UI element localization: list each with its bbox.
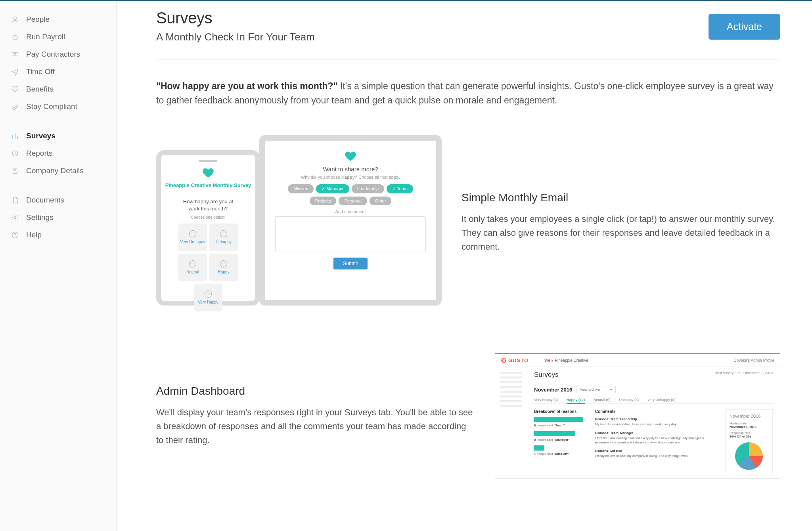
sidebar-item-label: Company Details xyxy=(26,166,84,175)
phone-preview: Pineapple Creative Monthly Survey How ha… xyxy=(156,150,260,306)
sidebar-item-company-details[interactable]: Company Details xyxy=(0,162,116,180)
intro-bold: "How happy are you at work this month?" xyxy=(156,81,338,91)
dashboard-preview: GUSTO We ♥ Pineapple Creative Dovesa's A… xyxy=(495,353,780,479)
heart-icon xyxy=(10,84,20,94)
pill-other: Other xyxy=(370,197,392,205)
tab-neutral: Neutral (5) xyxy=(594,398,611,402)
heart-icon xyxy=(275,149,426,163)
stopwatch-icon xyxy=(10,32,20,42)
sidebar-item-surveys[interactable]: Surveys xyxy=(0,127,116,145)
we-love-company: We ♥ Pineapple Creative xyxy=(544,358,588,363)
intro-text: "How happy are you at work this month?" … xyxy=(156,79,780,107)
check-icon xyxy=(10,102,20,111)
sidebar-item-benefits[interactable]: Benefits xyxy=(0,80,116,98)
bars-icon xyxy=(10,131,20,141)
why-choose-text: Why did you choose Happy? Choose all tha… xyxy=(275,175,426,180)
pill-manager: Manager xyxy=(316,184,349,193)
sidebar-item-label: Run Payroll xyxy=(26,32,65,41)
activate-button[interactable]: Activate xyxy=(709,14,780,40)
sidebar-item-documents[interactable]: Documents xyxy=(0,191,116,209)
dashboard-month: November 2016 xyxy=(534,387,572,393)
feature-simple-email-desc: It only takes your employees a single cl… xyxy=(462,212,780,254)
sidebar-item-label: People xyxy=(26,15,50,24)
person-icon xyxy=(10,15,20,24)
svg-point-3 xyxy=(14,53,16,55)
submit-button-preview: Submit xyxy=(333,258,367,269)
tab-very-happy: Very Happy (3) xyxy=(534,398,558,402)
svg-point-6 xyxy=(14,217,16,219)
gear-icon xyxy=(10,213,20,222)
pie-chart-icon xyxy=(735,442,763,470)
next-survey-date: Next survey date: December 1, 2016 xyxy=(714,371,773,375)
svg-point-0 xyxy=(14,17,17,19)
option-very-unhappy: Very Unhappy xyxy=(178,223,207,251)
feature-admin-dash-title: Admin Dashboard xyxy=(156,385,475,397)
sidebar-item-pay-contractors[interactable]: Pay Contractors xyxy=(0,46,116,63)
share-more-title: Want to share more? xyxy=(275,166,426,172)
phone-speaker xyxy=(199,160,217,162)
sidebar-item-help[interactable]: Help xyxy=(0,226,116,244)
clock-icon xyxy=(10,149,20,158)
comments-heading: Comments xyxy=(595,409,716,414)
survey-devices-preview: Want to share more? Why did you choose H… xyxy=(156,135,442,309)
main-content: Surveys A Monthly Check In For Your Team… xyxy=(117,1,812,531)
feature-simple-email-title: Simple Monthly Email xyxy=(462,191,780,204)
comment-3: Reasons: MissionI really believe in what… xyxy=(595,449,716,458)
tab-happy: Happy (12) xyxy=(567,398,585,404)
comment-2: Reasons: Team, ManagerI feel like I am l… xyxy=(595,431,716,445)
sidebar-item-run-payroll[interactable]: Run Payroll xyxy=(0,28,116,46)
reason-pills-row2: Projects Personal Other xyxy=(275,197,426,205)
sidebar-item-stay-compliant[interactable]: Stay Compliant xyxy=(0,98,116,115)
pill-team: Team xyxy=(387,184,413,193)
help-icon xyxy=(10,230,20,240)
building-icon xyxy=(10,166,20,176)
sidebar-item-reports[interactable]: Reports xyxy=(0,145,116,162)
view-archive-select: View archive▾ xyxy=(576,386,616,393)
sidebar-item-label: Surveys xyxy=(26,132,56,140)
sidebar-item-people[interactable]: People xyxy=(0,11,116,28)
pill-leadership: Leadership xyxy=(352,184,384,193)
comment-1: Reasons: Team, LeadershipMy team is so s… xyxy=(595,417,716,426)
gusto-logo: GUSTO xyxy=(501,357,529,363)
rating-options: Very Unhappy Unhappy Neutral Happy Very … xyxy=(164,223,252,311)
tab-unhappy: Unhappy (3) xyxy=(619,398,639,402)
tab-very-unhappy: Very Unhappy (0) xyxy=(647,398,675,402)
divider xyxy=(156,59,780,59)
pill-personal: Personal xyxy=(339,197,367,205)
sidebar-item-label: Reports xyxy=(26,149,53,158)
plane-icon xyxy=(10,67,20,76)
heart-icon xyxy=(164,166,252,180)
breakdown-heading: Breakdown of reasons xyxy=(534,409,586,414)
tablet-preview: Want to share more? Why did you choose H… xyxy=(259,135,442,306)
sidebar-item-label: Stay Compliant xyxy=(26,102,77,111)
bar-label-3: 1 people said "Mission" xyxy=(534,452,586,456)
sidebar-item-label: Help xyxy=(26,231,42,239)
dashboard-tabs: Very Happy (3) Happy (12) Neutral (5) Un… xyxy=(534,398,773,404)
option-happy: Happy xyxy=(209,254,238,281)
question-line1: How happy are you at xyxy=(164,198,252,205)
option-very-happy: Very Happy xyxy=(194,284,222,311)
sidebar-item-label: Settings xyxy=(26,213,54,222)
svg-point-1 xyxy=(13,35,17,40)
money-icon xyxy=(10,50,20,59)
question-line2: work this month? xyxy=(164,205,252,212)
pill-projects: Projects xyxy=(310,197,337,205)
bar-label-2: 5 people said "Manager" xyxy=(534,438,586,441)
option-neutral: Neutral xyxy=(178,254,207,281)
add-comment-label: Add a comment xyxy=(275,209,426,214)
sidebar-item-label: Benefits xyxy=(26,85,54,94)
page-title: Surveys xyxy=(156,9,315,27)
sidebar-item-time-off[interactable]: Time Off xyxy=(0,63,116,80)
summary-card: November 2016 Mailing date November 1, 2… xyxy=(725,409,773,474)
company-survey-title: Pineapple Creative Monthly Survey xyxy=(164,182,252,191)
admin-profile-link: Dovesa's Admin Profile xyxy=(733,358,774,363)
bar-label-1: 6 people said "Team" xyxy=(534,424,586,427)
sidebar-item-label: Pay Contractors xyxy=(26,50,80,59)
pill-mission: Mission xyxy=(288,184,314,193)
svg-rect-2 xyxy=(12,53,18,56)
sidebar-item-settings[interactable]: Settings xyxy=(0,209,116,226)
choose-one-label: Choose one option: xyxy=(164,215,252,220)
document-icon xyxy=(10,195,20,205)
reason-pills-row1: Mission Manager Leadership Team xyxy=(275,184,426,193)
option-unhappy: Unhappy xyxy=(209,223,238,251)
